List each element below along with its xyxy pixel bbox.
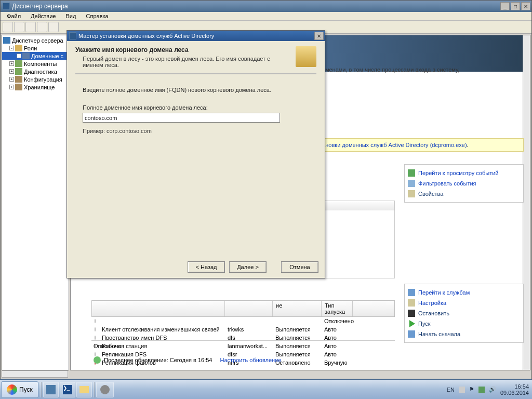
menubar: Файл Действие Вид Справка <box>1 12 531 21</box>
service-row[interactable]: Отключено <box>91 317 395 325</box>
ad-wizard-dialog: Мастер установки доменных служб Active D… <box>66 30 325 278</box>
toolbar-btn4[interactable] <box>37 22 47 32</box>
main-titlebar[interactable]: Диспетчер сервера _ □ ✕ <box>1 1 531 12</box>
gear-icon <box>408 289 415 296</box>
tree-storage[interactable]: +Хранилище <box>2 83 69 91</box>
description-label: Описание: <box>94 343 393 349</box>
next-button[interactable]: Далее > <box>229 261 267 273</box>
restart-link[interactable]: Начать сначала <box>407 329 521 339</box>
configure-link[interactable]: Настройка <box>407 298 521 308</box>
main-title: Диспетчер сервера <box>12 3 68 10</box>
restart-icon <box>408 330 415 338</box>
play-icon <box>408 320 415 327</box>
tree-domain-services[interactable]: +Доменные с <box>2 52 69 60</box>
content-scrollbar[interactable] <box>523 35 530 370</box>
menu-file[interactable]: Файл <box>3 12 25 20</box>
taskbar-item-powershell[interactable]: ❯_ <box>60 382 75 397</box>
dialog-titlebar[interactable]: Мастер установки доменных служб Active D… <box>67 31 325 41</box>
refresh-icon <box>94 356 101 364</box>
taskbar: Пуск ❯_ EN ⚑ 🔊 16:54 09.06.2014 <box>0 379 532 399</box>
footer-pane: Описание: Последнее обновление: Сегодня … <box>91 340 395 366</box>
filter-icon <box>408 180 415 187</box>
stop-link[interactable]: Остановить <box>407 308 521 318</box>
back-button[interactable]: < Назад <box>188 261 225 273</box>
windows-orb-icon <box>7 384 17 395</box>
tree-pane[interactable]: Диспетчер сервера -Роли +Доменные с +Ком… <box>2 35 69 370</box>
clock[interactable]: 16:54 09.06.2014 <box>500 383 529 396</box>
dialog-title: Мастер установки доменных служб Active D… <box>78 33 214 39</box>
tray-sound-icon[interactable]: 🔊 <box>489 386 496 393</box>
toolbar-back[interactable] <box>3 22 13 32</box>
properties-icon <box>408 190 415 197</box>
tray-flag-icon[interactable]: ⚑ <box>469 386 474 393</box>
fqdn-input[interactable] <box>83 113 280 123</box>
tray-icon-1[interactable] <box>459 387 465 393</box>
language-indicator[interactable]: EN <box>447 387 455 393</box>
dialog-subtext: Первый домен в лесу - это корневой домен… <box>75 56 291 68</box>
stop-icon <box>408 310 415 317</box>
toolbar-btn5[interactable] <box>48 22 59 32</box>
goto-services-link[interactable]: Перейти к службам <box>407 287 521 298</box>
tree-roles[interactable]: -Роли <box>2 44 69 52</box>
menu-help[interactable]: Справка <box>82 12 113 20</box>
system-tray[interactable]: EN ⚑ 🔊 16:54 09.06.2014 <box>447 383 532 396</box>
book-icon <box>296 46 316 67</box>
menu-action[interactable]: Действие <box>26 12 60 20</box>
tree-root[interactable]: Диспетчер сервера <box>2 36 69 44</box>
dialog-prompt: Введите полное доменное имя (FQDN) новог… <box>83 87 316 93</box>
tray-network-icon[interactable] <box>478 387 485 393</box>
toolbar-btn3[interactable] <box>25 22 36 32</box>
cancel-button[interactable]: Отмена <box>281 261 318 273</box>
fqdn-example: Пример: corp.contoso.com <box>83 128 316 134</box>
events-actions-panel: Перейти к просмотру событий Фильтровать … <box>404 164 524 203</box>
tree-config[interactable]: +Конфигурация <box>2 75 69 83</box>
refresh-text: Последнее обновление: Сегодня в 16:54 <box>104 357 212 363</box>
toolbar-fwd[interactable] <box>14 22 24 32</box>
dialog-heading: Укажите имя корневого домена леса <box>75 46 291 54</box>
dialog-icon <box>69 32 76 39</box>
taskbar-item-explorer[interactable] <box>76 382 92 397</box>
start-button[interactable]: Пуск <box>1 381 38 398</box>
configure-refresh-link[interactable]: Настроить обновление <box>220 357 282 363</box>
taskbar-item-dcpromo[interactable] <box>96 382 114 397</box>
settings-icon <box>408 299 415 307</box>
tree-diagnostics[interactable]: +Диагностика <box>2 68 69 75</box>
goto-events-link[interactable]: Перейти к просмотру событий <box>407 168 521 178</box>
start-link[interactable]: Пуск <box>407 318 521 329</box>
app-icon <box>3 3 10 10</box>
tree-components[interactable]: +Компоненты <box>2 60 69 68</box>
filter-events-link[interactable]: Фильтровать события <box>407 178 521 189</box>
maximize-button[interactable]: □ <box>511 2 520 10</box>
service-row[interactable]: Клиент отслеживания изменившихся связейt… <box>91 325 395 334</box>
close-button[interactable]: ✕ <box>521 2 530 10</box>
events-icon <box>408 169 415 177</box>
tree-scrollbar-h[interactable] <box>2 370 68 378</box>
services-header[interactable]: ие Тип запуска <box>91 300 395 317</box>
menu-view[interactable]: Вид <box>62 12 81 20</box>
minimize-button[interactable]: _ <box>500 2 510 10</box>
taskbar-item-server-manager[interactable] <box>43 382 59 397</box>
properties-link[interactable]: Свойства <box>407 189 521 199</box>
dialog-close-button[interactable]: ✕ <box>314 32 324 40</box>
fqdn-label: Полное доменное имя корневого домена лес… <box>83 104 316 111</box>
services-actions-panel: Перейти к службам Настройка Остановить П… <box>404 284 524 343</box>
